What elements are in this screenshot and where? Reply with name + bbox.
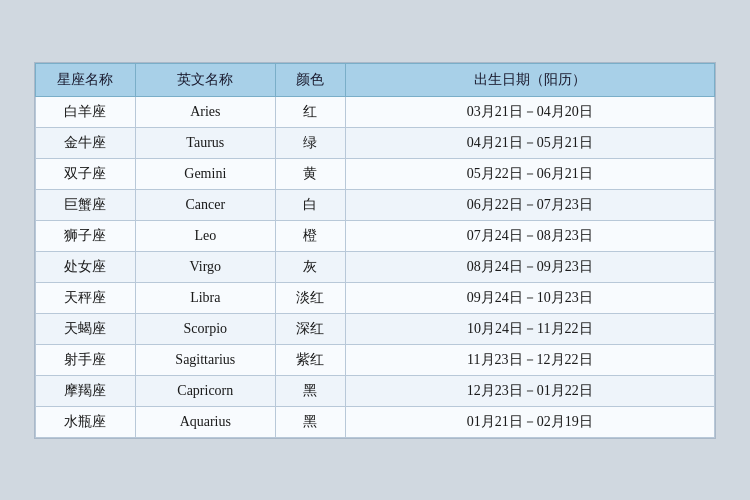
table-row: 巨蟹座Cancer白06月22日－07月23日 bbox=[36, 189, 715, 220]
cell-zh: 处女座 bbox=[36, 251, 136, 282]
cell-en: Virgo bbox=[135, 251, 275, 282]
cell-en: Sagittarius bbox=[135, 344, 275, 375]
cell-en: Leo bbox=[135, 220, 275, 251]
table-row: 处女座Virgo灰08月24日－09月23日 bbox=[36, 251, 715, 282]
cell-en: Gemini bbox=[135, 158, 275, 189]
cell-color: 灰 bbox=[275, 251, 345, 282]
cell-zh: 巨蟹座 bbox=[36, 189, 136, 220]
header-color: 颜色 bbox=[275, 63, 345, 96]
table-row: 双子座Gemini黄05月22日－06月21日 bbox=[36, 158, 715, 189]
cell-color: 黑 bbox=[275, 406, 345, 437]
cell-en: Cancer bbox=[135, 189, 275, 220]
cell-date: 08月24日－09月23日 bbox=[345, 251, 714, 282]
cell-color: 紫红 bbox=[275, 344, 345, 375]
cell-color: 淡红 bbox=[275, 282, 345, 313]
cell-color: 橙 bbox=[275, 220, 345, 251]
cell-zh: 天秤座 bbox=[36, 282, 136, 313]
cell-zh: 白羊座 bbox=[36, 96, 136, 127]
cell-en: Aquarius bbox=[135, 406, 275, 437]
cell-date: 01月21日－02月19日 bbox=[345, 406, 714, 437]
cell-date: 03月21日－04月20日 bbox=[345, 96, 714, 127]
cell-en: Taurus bbox=[135, 127, 275, 158]
cell-zh: 双子座 bbox=[36, 158, 136, 189]
cell-date: 12月23日－01月22日 bbox=[345, 375, 714, 406]
cell-color: 红 bbox=[275, 96, 345, 127]
table-row: 天秤座Libra淡红09月24日－10月23日 bbox=[36, 282, 715, 313]
table-row: 水瓶座Aquarius黑01月21日－02月19日 bbox=[36, 406, 715, 437]
cell-zh: 金牛座 bbox=[36, 127, 136, 158]
header-date: 出生日期（阳历） bbox=[345, 63, 714, 96]
cell-zh: 狮子座 bbox=[36, 220, 136, 251]
cell-en: Scorpio bbox=[135, 313, 275, 344]
cell-en: Libra bbox=[135, 282, 275, 313]
cell-color: 白 bbox=[275, 189, 345, 220]
zodiac-table-container: 星座名称 英文名称 颜色 出生日期（阳历） 白羊座Aries红03月21日－04… bbox=[34, 62, 716, 439]
cell-date: 04月21日－05月21日 bbox=[345, 127, 714, 158]
cell-zh: 射手座 bbox=[36, 344, 136, 375]
table-row: 天蝎座Scorpio深红10月24日－11月22日 bbox=[36, 313, 715, 344]
zodiac-table: 星座名称 英文名称 颜色 出生日期（阳历） 白羊座Aries红03月21日－04… bbox=[35, 63, 715, 438]
table-header-row: 星座名称 英文名称 颜色 出生日期（阳历） bbox=[36, 63, 715, 96]
cell-date: 06月22日－07月23日 bbox=[345, 189, 714, 220]
cell-color: 深红 bbox=[275, 313, 345, 344]
cell-date: 09月24日－10月23日 bbox=[345, 282, 714, 313]
table-row: 狮子座Leo橙07月24日－08月23日 bbox=[36, 220, 715, 251]
table-row: 白羊座Aries红03月21日－04月20日 bbox=[36, 96, 715, 127]
cell-date: 05月22日－06月21日 bbox=[345, 158, 714, 189]
cell-date: 07月24日－08月23日 bbox=[345, 220, 714, 251]
cell-color: 绿 bbox=[275, 127, 345, 158]
header-en: 英文名称 bbox=[135, 63, 275, 96]
table-row: 射手座Sagittarius紫红11月23日－12月22日 bbox=[36, 344, 715, 375]
cell-date: 10月24日－11月22日 bbox=[345, 313, 714, 344]
cell-date: 11月23日－12月22日 bbox=[345, 344, 714, 375]
cell-en: Capricorn bbox=[135, 375, 275, 406]
cell-en: Aries bbox=[135, 96, 275, 127]
cell-zh: 天蝎座 bbox=[36, 313, 136, 344]
table-row: 金牛座Taurus绿04月21日－05月21日 bbox=[36, 127, 715, 158]
cell-zh: 摩羯座 bbox=[36, 375, 136, 406]
cell-color: 黑 bbox=[275, 375, 345, 406]
header-zh: 星座名称 bbox=[36, 63, 136, 96]
cell-color: 黄 bbox=[275, 158, 345, 189]
table-row: 摩羯座Capricorn黑12月23日－01月22日 bbox=[36, 375, 715, 406]
cell-zh: 水瓶座 bbox=[36, 406, 136, 437]
